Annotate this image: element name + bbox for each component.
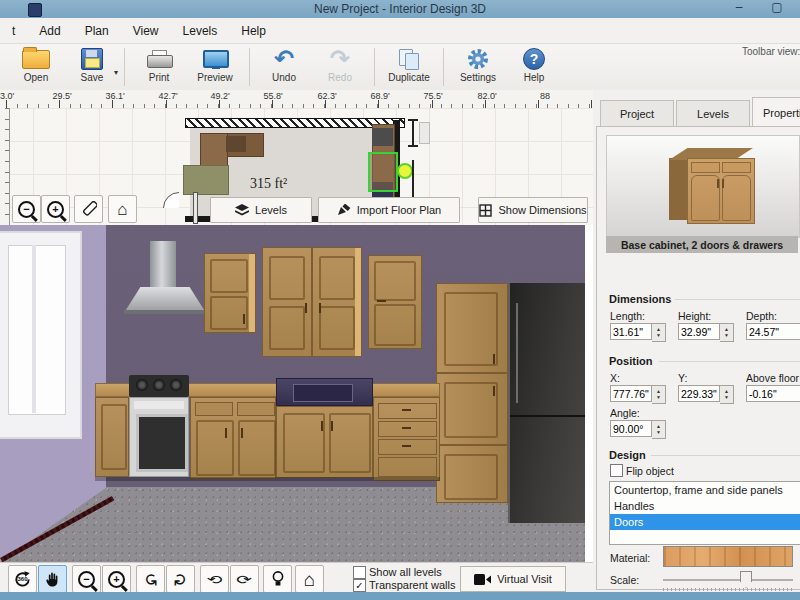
base-cabinet-sink[interactable] [276,406,373,478]
depth-field[interactable] [746,323,800,340]
menu-item-help[interactable]: Help [231,21,276,41]
menu-item-partial[interactable]: t [2,21,25,41]
spinner[interactable]: ▲▼ [652,323,666,342]
properties-panel-body: Base cabinet, 2 doors & drawers Dimensio… [596,126,800,590]
ruler-label: 55.8' [255,91,291,101]
levels-button[interactable]: Levels [210,197,312,223]
spinner[interactable]: ▲▼ [652,420,666,439]
rotate-right-button[interactable]: ↻ [166,565,195,593]
length-field[interactable]: ▲▼ [610,323,666,340]
zoom-out-button[interactable]: − [72,565,101,593]
drawer-front [195,402,233,416]
above-floor-field[interactable] [746,385,800,402]
base-cabinet-left[interactable] [95,397,129,477]
import-floor-plan-button[interactable]: Import Floor Plan [318,197,460,223]
zoom-in-button[interactable]: + [102,565,131,593]
title-bar[interactable]: New Project - Interior Design 3D – ▢ [0,0,800,19]
plan-door-leaf[interactable] [193,192,198,224]
plan-selected-cabinet[interactable] [368,152,398,192]
measure-tool-button[interactable] [74,195,103,223]
base-cabinet-drawer-stack[interactable] [373,397,440,481]
tab-properties[interactable]: Properties [752,97,800,127]
menu-item-view[interactable]: View [123,21,169,41]
design-item-countertop[interactable]: Countertop, frame and side panels [610,482,800,498]
show-dimensions-button[interactable]: Show Dimensions [478,197,588,223]
preview-button[interactable]: Preview [187,44,243,90]
design-item-handles[interactable]: Handles [610,498,800,514]
video-camera-icon [474,574,491,585]
menu-item-plan[interactable]: Plan [75,21,119,41]
plan-zoom-out-button[interactable]: − [12,195,41,223]
print-button[interactable]: Print [131,44,187,90]
duplicate-button[interactable]: Duplicate [381,44,437,90]
stove-oven[interactable] [129,397,189,477]
plan-hood[interactable] [372,128,393,146]
orbit-left-button[interactable]: ⟲ [200,565,229,593]
cabinet-lit-edge [355,248,361,356]
design-item-doors[interactable]: Doors [610,514,800,530]
stove-cooktop[interactable] [129,375,189,397]
plan-zoom-in-button[interactable]: + [41,195,70,223]
help-button[interactable]: ? Help [506,44,562,90]
maximize-button[interactable]: ▢ [768,1,786,15]
y-field[interactable]: ▲▼ [678,385,734,402]
refrigerator[interactable] [508,283,585,523]
minimize-button[interactable]: – [730,1,748,15]
hood-chimney[interactable] [150,241,176,287]
open-button[interactable]: Open [8,44,64,90]
tab-levels[interactable]: Levels [676,100,750,126]
plan-rug[interactable] [183,165,229,195]
burner [136,379,148,391]
wall-cabinet-3[interactable] [368,255,422,349]
drawer-front [378,457,437,477]
cabinet-shadow [95,477,440,481]
home-view-button[interactable]: ⌂ [295,565,324,593]
horizontal-ruler: 3.0' 29.5' 36.1' 42.7' 49.2' 55.8' 62.3'… [0,90,593,109]
menu-item-add[interactable]: Add [29,21,70,41]
viewport-3d[interactable] [0,225,585,562]
tall-cabinet[interactable] [436,283,508,503]
virtual-visit-button[interactable]: Virtual Visit [460,566,566,592]
window-frame[interactable] [0,231,82,439]
toolbar-separator [249,48,250,86]
rotate-360-button[interactable]: 360 [8,565,37,593]
wall-cabinet-1[interactable] [204,253,256,333]
stove-controls [134,401,184,409]
floor-plan-canvas[interactable]: 315 ft² − + ⌂ Levels Import Floor Plan [0,108,593,225]
material-swatch[interactable] [663,546,793,567]
transparent-walls-checkbox[interactable] [353,579,366,592]
save-button[interactable]: Save [64,44,120,90]
height-label: Height: [678,310,711,322]
scale-slider-thumb[interactable] [740,571,752,588]
menu-item-levels[interactable]: Levels [173,21,228,41]
room-area-label: 315 ft² [250,176,287,192]
redo-button[interactable]: ↷ Redo [312,44,368,90]
save-dropdown-icon[interactable]: ▾ [114,68,118,77]
x-field[interactable]: ▲▼ [610,385,666,402]
cabinet-lit-edge [249,254,255,332]
show-all-levels-checkbox[interactable] [353,566,366,579]
orbit-right-button[interactable]: ⟳ [230,565,259,593]
light-button[interactable] [263,565,292,593]
wall-cabinet-2[interactable] [262,247,362,357]
settings-button[interactable]: Settings [450,44,506,90]
ruler-label: 36.1' [97,91,133,101]
scale-slider-track[interactable] [663,579,793,581]
tab-project[interactable]: Project [600,100,674,126]
selection-handle-dot[interactable] [397,163,413,179]
spinner[interactable]: ▲▼ [720,385,734,404]
undo-button[interactable]: ↶ Undo [256,44,312,90]
plan-home-button[interactable]: ⌂ [108,195,137,223]
oven-door [136,414,188,472]
base-cabinet-drawers-doors[interactable] [190,397,276,479]
spinner[interactable]: ▲▼ [652,385,666,404]
dimension-label-box [419,122,430,144]
spinner[interactable]: ▲▼ [720,323,734,342]
flip-object-checkbox[interactable] [610,464,623,477]
rotate-left-button[interactable]: ↺ [136,565,165,593]
sink-counter[interactable] [276,378,373,406]
angle-field[interactable]: ▲▼ [610,420,666,437]
viewport-toolbar: 360 − + ↺ ↻ ⟲ ⟳ ⌂ Show all levels [0,562,593,593]
height-field[interactable]: ▲▼ [678,323,734,340]
pan-hand-button[interactable] [38,565,67,593]
